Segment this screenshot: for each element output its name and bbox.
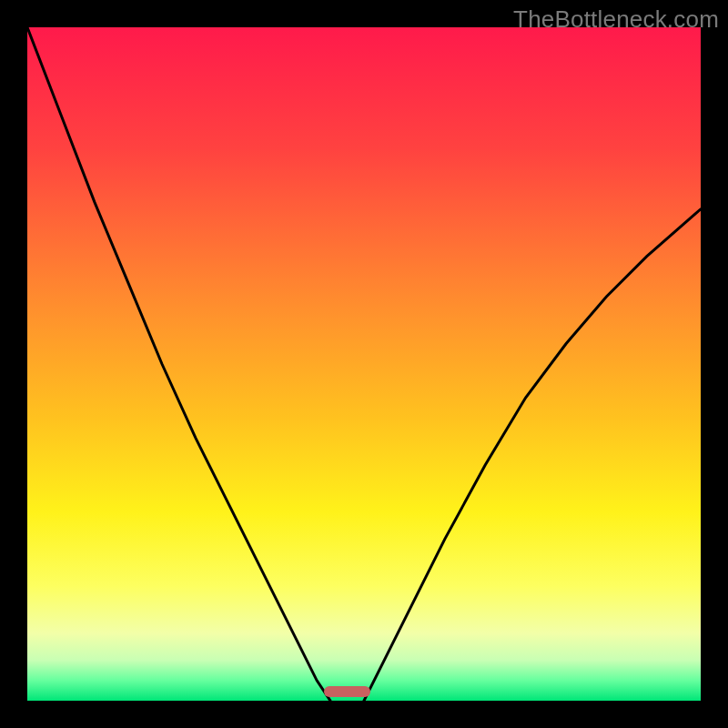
plot-area	[27, 27, 701, 701]
curve-right	[364, 209, 701, 701]
chart-frame: TheBottleneck.com	[0, 0, 728, 728]
bottleneck-marker	[324, 686, 371, 697]
curve-left	[27, 27, 330, 701]
watermark-text: TheBottleneck.com	[513, 5, 719, 34]
curves-svg	[27, 27, 701, 701]
